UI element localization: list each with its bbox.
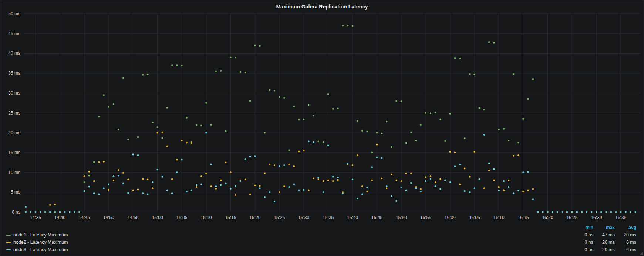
data-point [562,211,563,213]
x-axis-tick-label: 16:15 [518,215,529,220]
data-point [249,156,251,157]
data-point [425,176,427,178]
data-point [581,211,583,213]
data-point [84,175,85,177]
data-point [308,141,310,143]
data-point [313,115,314,117]
data-point [137,154,139,156]
data-point [493,168,495,170]
data-point [532,188,534,190]
data-point [210,164,212,165]
data-point [162,176,163,178]
data-point [386,185,388,187]
data-point [25,206,27,208]
data-point [259,185,261,187]
legend-color-icon[interactable] [6,235,11,236]
data-point [269,89,271,91]
data-point [147,179,149,181]
data-point [108,106,110,108]
y-axis-tick-label: 35 ms [8,71,20,76]
data-point [552,211,553,213]
data-point [98,193,100,195]
data-point [64,211,66,213]
data-point [405,142,407,144]
data-point [25,211,27,213]
data-point [508,140,510,141]
data-point [283,97,285,99]
legend-row-node1: node1 - Latency Maximum0 ns47 ms20 ms [6,231,636,239]
legend-stats-header-row: minmaxavg [6,224,636,231]
x-axis-tick-label: 15:30 [298,215,309,220]
data-point [279,96,280,98]
data-point [391,174,392,175]
data-point [313,177,314,179]
data-point [449,151,451,153]
data-point [254,45,256,47]
data-point [610,211,612,213]
data-point [488,41,490,43]
data-point [454,57,456,59]
legend-header-min[interactable]: min [572,225,593,230]
data-point [274,201,276,202]
data-point [420,124,422,126]
data-point [464,190,466,192]
data-point [225,182,227,184]
data-point [245,72,246,74]
panel-resize-handle-icon[interactable] [640,252,643,255]
data-point [191,190,193,191]
chart-plot-area[interactable]: 0 ns5 ms10 ms15 ms20 ms25 ms30 ms35 ms40… [0,0,644,256]
y-axis-tick-label: 20 ms [8,130,20,135]
x-axis-tick-label: 16:10 [493,215,505,220]
data-point [435,112,436,113]
data-point [439,188,441,190]
data-point [317,178,319,180]
data-point [118,169,119,171]
data-point [122,77,124,79]
data-point [44,211,46,213]
legend-series-label[interactable]: node2 - Latency Maximum [13,240,68,245]
data-point [503,180,505,182]
x-axis-tick-label: 16:05 [469,215,480,220]
x-axis-tick-label: 15:05 [176,215,188,220]
legend-stat-avg: 20 ms [615,232,636,238]
data-point [376,132,378,134]
data-point [93,161,95,163]
data-point [200,184,202,185]
data-point [93,192,95,194]
data-point [391,195,392,197]
data-point [84,190,85,192]
data-point [600,211,602,213]
data-point [459,164,461,165]
data-point [430,175,432,177]
data-point [166,190,168,191]
data-point [439,178,441,180]
data-point [171,178,173,180]
legend-series-label[interactable]: node1 - Latency Maximum [13,232,68,238]
data-point [230,171,232,173]
data-point [108,189,110,191]
data-point [137,136,139,138]
data-point [503,190,505,191]
data-point [473,187,475,189]
data-point [395,100,397,102]
legend-header-max[interactable]: max [593,225,615,230]
x-axis-tick-label: 14:55 [128,215,139,220]
data-point [166,145,168,147]
legend-color-icon[interactable] [6,242,11,243]
data-point [323,141,324,143]
data-point [88,175,90,177]
data-point [337,179,339,181]
data-point [74,211,75,213]
data-point [108,184,110,185]
data-point [220,184,222,186]
legend-header-avg[interactable]: avg [615,225,636,230]
legend-color-icon[interactable] [6,249,11,250]
data-point [425,112,427,114]
data-point [352,179,354,181]
legend-series-label[interactable]: node3 - Latency Maximum [13,247,68,252]
data-point [35,211,37,213]
data-point [337,107,339,109]
y-axis: 0 ns5 ms10 ms15 ms20 ms25 ms30 ms35 ms40… [8,11,20,215]
data-point [381,157,383,159]
data-point [245,179,246,181]
